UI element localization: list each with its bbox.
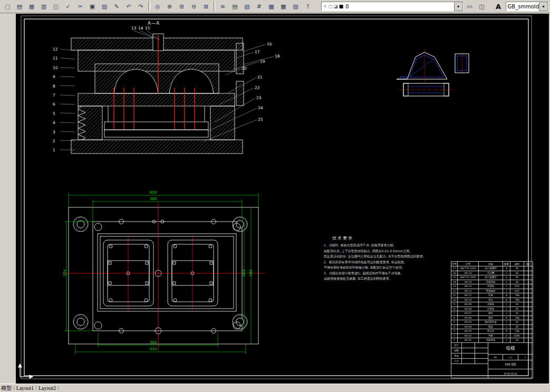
layer-combo[interactable]: ☼○◪■ 0 ▾ [321,2,463,11]
bom-cell: 45 [510,280,524,285]
balloon-label: 19 [260,60,265,64]
preview-button[interactable]: ◫ [50,1,62,12]
tab-layout2[interactable]: Layout2 [38,385,56,391]
titleblock-signature-cell [462,359,475,364]
bom-cell: 1 [503,271,510,276]
design-center-button[interactable]: ▤ [229,1,240,12]
copy-button[interactable]: ▣ [86,1,98,12]
bom-cell: 5 [451,320,458,325]
bom-cell: 13 [451,284,458,289]
balloon-label: 7 [53,93,55,98]
bom-cell: 复位杆 [479,329,503,334]
render-button[interactable]: ▩ [265,1,277,12]
bom-cell: 推板 [479,325,503,330]
drawing-canvas[interactable]: A—A 技术要求1、试模时, 将各分型面清理干净, 按顺序要求合模;装配导柱后,… [16,14,549,384]
balloon-label: 9 [53,75,55,79]
bom-cell: HX-07 [458,311,479,316]
layouts-button[interactable]: ▭ [464,1,476,12]
bom-cell [524,334,533,339]
titleblock-scale: 1:1 [503,355,518,360]
bom-header-cell: 数量 [503,262,510,266]
bom-table: 序号代号名称数量材料备注17GB/T70-2000内六角螺钉44516HX-16… [451,261,533,342]
block-editor-button[interactable]: ▧ [241,1,253,12]
toolbar-group-tools: ≡▤▧#▩▦▨? [217,1,313,12]
balloon-label: 18 [275,54,280,59]
bom-cell: HX-16 [458,271,479,276]
bom-cell: 导柱 [479,298,503,303]
plot-button[interactable]: ▥ [38,1,50,12]
open-button[interactable]: ▤ [14,1,25,12]
bom-header-cell: 名称 [479,262,503,266]
tab-layout1[interactable]: Layout1 [16,385,34,391]
bom-cell [524,329,533,334]
bom-header-cell: 备注 [524,262,533,266]
titleblock-signature-cell [462,348,475,353]
balloon-label: 5 [53,112,55,116]
bom-cell: 9 [451,302,458,307]
bom-cell: 45 [510,275,524,280]
bom-cell: 1 [503,320,510,325]
save-button[interactable]: ▦ [26,1,37,12]
tab-model[interactable]: 模型 [1,385,12,392]
bom-cell: 8 [503,316,510,321]
layer-freeze-icon[interactable]: ○ [328,4,332,9]
bom-cell: 1 [503,307,510,312]
bom-cell: 1 [503,302,510,307]
paste-button[interactable]: ▨ [99,1,110,12]
zoom-out-button[interactable]: ⊖ [188,1,200,12]
image-button[interactable]: ▦ [277,1,289,12]
undo-button[interactable]: ↶ [123,1,134,12]
titleblock-part-name: 母模 [488,343,533,355]
titleblock-signature-cell [462,343,475,348]
bom-cell: 6 [451,316,458,321]
tab-separator: / [57,385,59,391]
layer-combo-arrow-icon[interactable]: ▾ [454,2,463,11]
layer-color-icon[interactable]: ■ [339,4,344,9]
text-style-button[interactable]: A [494,1,504,12]
match-properties-button[interactable]: ✎ [111,1,122,12]
viewports-button[interactable]: ◫ [476,1,488,12]
bom-cell: 12 [451,289,458,294]
layer-on-icon[interactable]: ☼ [323,4,327,9]
cut-button[interactable]: ✂ [74,1,86,12]
text-style-combo[interactable]: GB_smmold ▾ [506,2,548,11]
balloon-label: 21 [257,75,263,80]
bom-cell: 65Mn [510,334,524,339]
calculator-button[interactable]: ▨ [290,1,301,12]
redo-button[interactable]: ↷ [135,1,147,12]
zoom-realtime-button[interactable]: ⊕ [164,1,176,12]
bom-cell [524,307,533,312]
bom-cell: 4 [451,325,458,330]
text-style-combo-value: GB_smmold [507,4,539,9]
titleblock-sheet-info: 共1张 第1张 [488,369,533,378]
new-button[interactable]: ▢ [2,1,13,12]
bom-cell: 定位圈 [479,271,503,276]
titleblock-label: 审核 [451,353,462,359]
balloon-label: 24 [258,106,263,110]
balloon-label: 23 [256,96,262,100]
zoom-extents-button[interactable]: ⊠ [200,1,212,12]
bom-cell: HX-11 [458,293,479,298]
pan-button[interactable]: ◎ [152,1,163,12]
bom-cell: 45 [510,311,524,316]
bom-cell: 2 [503,311,510,316]
style-combo-arrow-icon[interactable]: ▾ [539,2,548,11]
layer-state-icons: ☼○◪■ [323,4,343,9]
layer-lock-icon[interactable]: ◪ [333,4,338,9]
help-button[interactable]: ? [302,1,313,12]
bom-cell: HX-10 [458,298,479,303]
drawing-overlay: A—A 技术要求1、试模时, 将各分型面清理干净, 按顺序要求合模;装配导柱后,… [16,14,549,384]
properties-button[interactable]: ≡ [217,1,228,12]
bom-cell: HX-05 [458,320,479,325]
bom-cell: T8A [510,298,524,303]
balloon-label: 17 [255,50,260,54]
zoom-window-button[interactable]: ⊞ [176,1,188,12]
bom-cell: 内六角螺钉 [479,266,503,271]
spell-button[interactable]: ✓ [62,1,74,12]
notes-title: 技术要求 [332,235,429,241]
table-button[interactable]: # [253,1,265,12]
bom-cell: HX-14 [458,280,479,285]
bom-cell: HX-04 [458,325,479,330]
bom-cell: 弹簧 [479,334,503,339]
toolbar-separator [214,2,216,11]
